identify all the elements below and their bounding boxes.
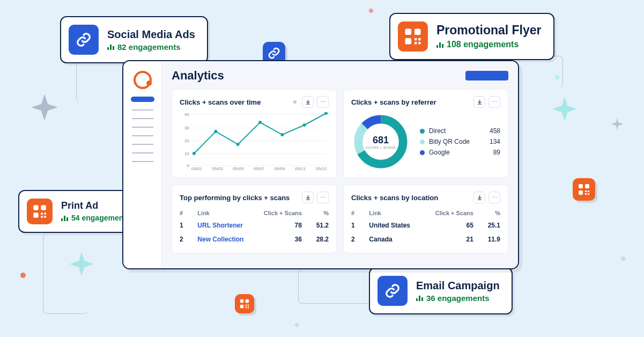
svg-rect-7 <box>585 191 587 192</box>
status-dot <box>293 100 297 104</box>
callout-title: Email Campaign <box>416 280 500 291</box>
download-button[interactable] <box>302 192 314 203</box>
download-button[interactable] <box>473 192 485 203</box>
sidebar-item-active[interactable] <box>131 97 154 102</box>
callout-engagements: 108 engagements <box>436 40 542 49</box>
svg-rect-20 <box>405 38 411 45</box>
link-url-shortener[interactable]: URL Shortener <box>197 222 242 229</box>
card-location: Clicks + scans by location ⋯ # Link Clic… <box>343 185 508 253</box>
card-clicks-over-time: Clicks + scans over time ⋯ 40 30 20 10 0 <box>172 89 337 178</box>
qr-icon <box>27 199 53 224</box>
table-row: 1 URL Shortener 78 51.2 <box>180 218 329 232</box>
svg-rect-27 <box>33 213 38 217</box>
callout-social-media-ads: Social Media Ads 82 engagements <box>60 16 208 63</box>
svg-rect-23 <box>414 42 417 44</box>
qr-icon <box>398 21 428 52</box>
legend-row: Bitly QR Code134 <box>420 136 500 147</box>
more-button[interactable]: ⋯ <box>488 96 500 108</box>
sidebar-item[interactable] <box>132 144 153 145</box>
page-title: Analytics <box>172 69 224 83</box>
download-button[interactable] <box>473 96 485 108</box>
callout-engagements: 54 engagements <box>61 214 130 222</box>
sidebar-item[interactable] <box>132 109 153 111</box>
dashboard-main: Analytics Clicks + scans over time ⋯ 40 … <box>162 61 518 268</box>
sparkle-icon <box>31 94 58 121</box>
callout-engagements: 82 engagements <box>107 42 195 52</box>
bg-dot <box>621 257 625 261</box>
svg-rect-31 <box>44 216 46 218</box>
svg-point-34 <box>236 143 240 146</box>
svg-rect-28 <box>41 213 43 215</box>
svg-point-35 <box>258 121 262 124</box>
bg-dot <box>369 9 373 13</box>
svg-rect-25 <box>33 205 38 210</box>
svg-rect-29 <box>44 213 46 215</box>
bitly-logo[interactable] <box>134 71 152 89</box>
sidebar-item[interactable] <box>132 127 153 128</box>
card-title: Clicks + scans by referrer <box>351 98 436 106</box>
sparkle-icon <box>611 118 623 130</box>
callout-title: Social Media Ads <box>107 28 195 40</box>
qr-icon <box>573 178 595 201</box>
svg-rect-26 <box>41 205 46 210</box>
analytics-dashboard: Analytics Clicks + scans over time ⋯ 40 … <box>122 60 519 269</box>
more-button[interactable]: ⋯ <box>317 96 329 108</box>
svg-rect-11 <box>240 299 244 303</box>
svg-rect-9 <box>585 193 587 195</box>
top-table: # Link Click + Scans % 1 URL Shortener 7… <box>180 208 329 246</box>
bg-dot <box>295 323 299 327</box>
donut-chart: 681 CLICKS + SCANS <box>351 112 410 171</box>
svg-rect-30 <box>41 216 43 218</box>
callout-promotional-flyer: Promotional Flyer 108 engagements <box>389 13 554 60</box>
sidebar-item[interactable] <box>132 118 153 119</box>
table-row: 2 Canada 21 11.9 <box>351 232 500 246</box>
svg-rect-4 <box>579 184 583 188</box>
svg-marker-2 <box>552 97 577 121</box>
location-table: # Link Click + Scans % 1 United States 6… <box>351 208 500 246</box>
svg-marker-0 <box>31 94 58 121</box>
legend-swatch <box>420 150 425 155</box>
card-title: Top performing by clicks + scans <box>180 194 290 202</box>
svg-point-36 <box>280 133 284 136</box>
svg-rect-10 <box>588 193 589 195</box>
svg-rect-24 <box>418 42 420 44</box>
line-chart: 40 30 20 10 0 05/01 05/03 05/05 05/07 <box>180 112 329 171</box>
svg-point-33 <box>214 130 217 133</box>
svg-rect-5 <box>585 184 589 188</box>
card-top-performing: Top performing by clicks + scans ⋯ # Lin… <box>172 185 337 253</box>
donut-total: 681 <box>373 135 389 146</box>
svg-rect-8 <box>588 191 589 192</box>
svg-rect-15 <box>248 305 249 306</box>
svg-rect-17 <box>248 307 249 308</box>
svg-rect-18 <box>405 28 411 35</box>
callout-title: Print Ad <box>61 201 130 211</box>
bars-icon <box>416 295 423 301</box>
svg-rect-14 <box>246 305 247 306</box>
legend-swatch <box>420 140 425 144</box>
svg-rect-13 <box>240 305 244 309</box>
callout-engagements: 36 engagements <box>416 294 500 303</box>
connector-line <box>520 56 563 88</box>
more-button[interactable]: ⋯ <box>488 192 500 203</box>
donut-label: CLICKS + SCANS <box>366 146 396 149</box>
table-row: 2 New Collection 36 28.2 <box>180 232 329 246</box>
bars-icon <box>107 43 114 50</box>
more-button[interactable]: ⋯ <box>317 192 329 203</box>
bg-dot <box>20 273 26 278</box>
sidebar-item[interactable] <box>132 161 153 162</box>
svg-point-32 <box>193 152 196 155</box>
connector-line <box>43 233 88 314</box>
legend-row: Direct458 <box>420 126 500 136</box>
callout-email-campaign: Email Campaign 36 engagements <box>369 267 513 314</box>
link-new-collection[interactable]: New Collection <box>197 236 243 243</box>
sidebar-item[interactable] <box>132 152 153 153</box>
legend-row: Google89 <box>420 147 500 158</box>
qr-icon <box>235 294 254 313</box>
download-button[interactable] <box>302 96 314 108</box>
sidebar-item[interactable] <box>132 135 153 136</box>
sparkle-icon <box>552 97 577 121</box>
primary-action-button[interactable] <box>465 71 508 80</box>
card-title: Clicks + scans over time <box>180 98 261 106</box>
svg-rect-12 <box>246 299 249 303</box>
link-icon <box>69 25 99 55</box>
